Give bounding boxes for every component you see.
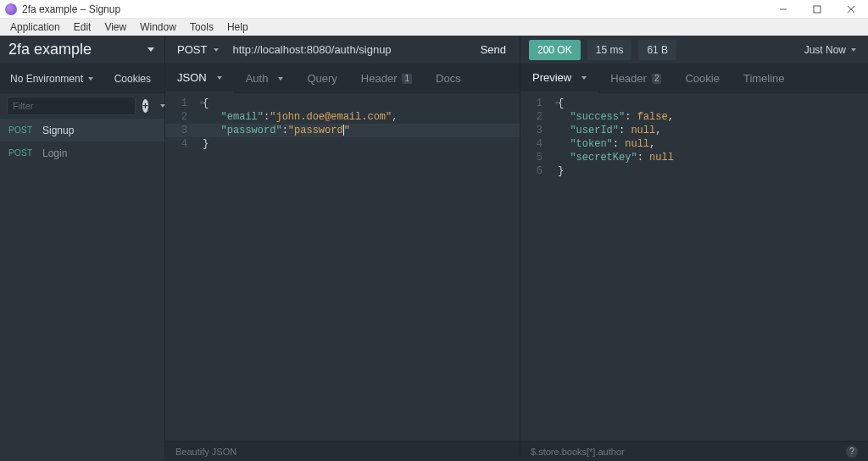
response-time-chip: 15 ms bbox=[587, 40, 632, 60]
request-item-login[interactable]: POSTLogin bbox=[0, 142, 164, 164]
tab-auth-label: Auth bbox=[246, 72, 269, 85]
environment-selector[interactable]: No Environment bbox=[7, 73, 93, 85]
code-line: 2 "success": false, bbox=[520, 110, 868, 124]
request-name-label: Login bbox=[42, 147, 67, 159]
response-pane: 200 OK 15 ms 61 B Just Now Preview Heade… bbox=[520, 36, 868, 461]
code-line: 6} bbox=[520, 164, 868, 178]
menu-bar: ApplicationEditViewWindowToolsHelp bbox=[0, 19, 868, 36]
send-button[interactable]: Send bbox=[467, 36, 520, 64]
chevron-down-icon bbox=[278, 77, 283, 81]
help-icon[interactable]: ? bbox=[846, 446, 858, 458]
method-selector[interactable]: POST bbox=[165, 43, 227, 56]
url-input[interactable] bbox=[227, 43, 466, 56]
tab-cookie[interactable]: Cookie bbox=[673, 64, 731, 93]
request-method-label: POST bbox=[8, 148, 34, 158]
collection-header[interactable]: 2fa example bbox=[0, 36, 164, 64]
sidebar: 2fa example No Environment Cookies + POS… bbox=[0, 36, 165, 461]
request-body-editor[interactable]: 1▾{2 "email":"john.doe@email.com",3 "pas… bbox=[165, 93, 520, 441]
response-history-label: Just Now bbox=[804, 44, 846, 56]
request-list: POSTSignupPOSTLogin bbox=[0, 119, 164, 164]
chevron-down-icon bbox=[851, 48, 856, 52]
tab-header[interactable]: Header 1 bbox=[349, 64, 424, 93]
tab-query[interactable]: Query bbox=[295, 64, 348, 93]
sidebar-env-row: No Environment Cookies bbox=[0, 64, 164, 93]
response-size-chip: 61 B bbox=[638, 40, 676, 60]
tab-body-label: JSON bbox=[177, 71, 207, 84]
jsonpath-hint[interactable]: $.store.books[*].author bbox=[531, 447, 625, 457]
menu-window[interactable]: Window bbox=[133, 19, 183, 36]
collection-name: 2fa example bbox=[8, 41, 92, 58]
response-tabs: Preview Header 2 Cookie Timeline bbox=[520, 64, 868, 93]
request-name-label: Signup bbox=[42, 125, 74, 136]
beautify-json-button[interactable]: Beautify JSON bbox=[175, 447, 236, 457]
environment-label: No Environment bbox=[10, 73, 83, 85]
request-item-signup[interactable]: POSTSignup bbox=[0, 119, 164, 142]
chevron-down-icon bbox=[147, 47, 154, 52]
status-badge[interactable]: 200 OK bbox=[529, 40, 581, 60]
menu-application[interactable]: Application bbox=[3, 19, 67, 36]
code-line: 3 "userId": null, bbox=[520, 124, 868, 137]
tab-preview-label: Preview bbox=[532, 71, 571, 84]
tab-response-header-label: Header bbox=[610, 72, 647, 85]
code-line: 3 "password":"password" bbox=[165, 124, 520, 137]
response-status-bar: 200 OK 15 ms 61 B Just Now bbox=[520, 36, 868, 64]
tab-auth[interactable]: Auth bbox=[234, 64, 296, 93]
new-request-button[interactable]: + bbox=[142, 99, 148, 113]
tab-body[interactable]: JSON bbox=[165, 64, 234, 93]
window-title: 2fa example – Signup bbox=[22, 3, 120, 15]
request-url-bar: POST Send bbox=[165, 36, 520, 64]
request-footer: Beautify JSON bbox=[165, 441, 520, 461]
request-method-label: POST bbox=[8, 125, 34, 135]
window-minimize-button[interactable] bbox=[766, 0, 800, 19]
code-line: 2 "email":"john.doe@email.com", bbox=[165, 110, 520, 124]
menu-help[interactable]: Help bbox=[220, 19, 255, 36]
tab-preview[interactable]: Preview bbox=[520, 64, 598, 93]
window-maximize-button[interactable] bbox=[800, 0, 834, 19]
response-body-viewer[interactable]: 1▾{2 "success": false,3 "userId": null,4… bbox=[520, 93, 868, 441]
code-line: 4} bbox=[165, 137, 520, 151]
request-pane: POST Send JSON Auth Query Header 1 Docs … bbox=[165, 36, 520, 461]
response-header-count-badge: 2 bbox=[652, 74, 662, 84]
chevron-down-icon bbox=[88, 77, 93, 81]
method-label: POST bbox=[177, 43, 207, 56]
response-footer: $.store.books[*].author ? bbox=[520, 441, 868, 461]
request-tabs: JSON Auth Query Header 1 Docs bbox=[165, 64, 520, 93]
filter-input[interactable] bbox=[7, 97, 136, 115]
code-line: 4 "token": null, bbox=[520, 137, 868, 151]
code-line: 1▾{ bbox=[165, 97, 520, 110]
chevron-down-icon bbox=[217, 76, 222, 80]
tab-response-header[interactable]: Header 2 bbox=[598, 64, 673, 93]
svg-rect-1 bbox=[814, 6, 821, 13]
tab-docs[interactable]: Docs bbox=[424, 64, 473, 93]
cookies-button[interactable]: Cookies bbox=[114, 73, 164, 85]
code-line: 5 "secretKey": null bbox=[520, 151, 868, 164]
app-logo-icon bbox=[5, 3, 17, 15]
sidebar-filter-row: + bbox=[0, 93, 164, 119]
menu-edit[interactable]: Edit bbox=[67, 19, 98, 36]
tab-header-label: Header bbox=[361, 72, 398, 85]
chevron-down-icon bbox=[214, 48, 219, 52]
code-line: 1▾{ bbox=[520, 97, 868, 110]
chevron-down-icon bbox=[581, 76, 587, 80]
window-titlebar: 2fa example – Signup bbox=[0, 0, 868, 19]
tab-timeline[interactable]: Timeline bbox=[732, 64, 797, 93]
menu-tools[interactable]: Tools bbox=[183, 19, 220, 36]
header-count-badge: 1 bbox=[402, 74, 412, 84]
response-history-button[interactable]: Just Now bbox=[804, 44, 868, 56]
window-close-button[interactable] bbox=[834, 0, 868, 19]
menu-view[interactable]: View bbox=[97, 19, 133, 36]
